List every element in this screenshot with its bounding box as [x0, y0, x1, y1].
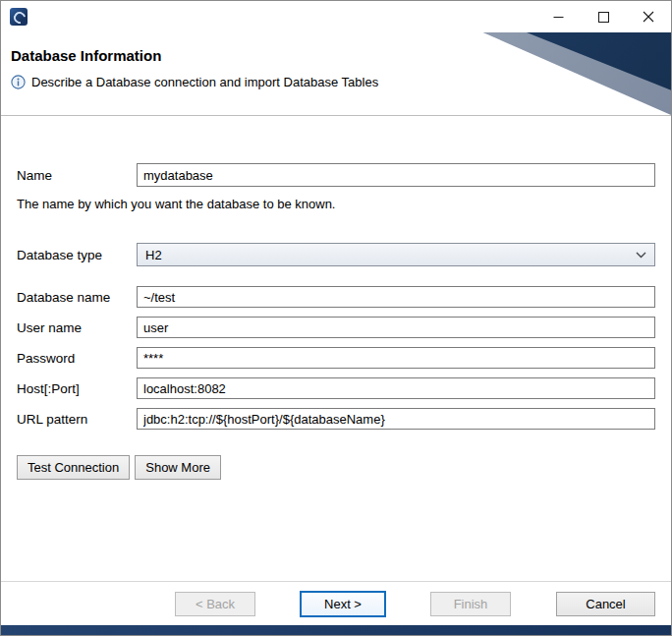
minimize-icon	[553, 12, 564, 23]
url-pattern-field[interactable]	[137, 408, 655, 430]
info-icon	[11, 75, 26, 89]
form-area: Name The name by which you want the data…	[1, 116, 671, 581]
name-label: Name	[17, 168, 137, 183]
cancel-button[interactable]: Cancel	[556, 592, 655, 616]
title-bar[interactable]	[1, 1, 671, 32]
database-name-label: Database name	[17, 290, 137, 305]
database-type-value: H2	[145, 248, 162, 262]
user-name-label: User name	[17, 320, 137, 335]
close-button[interactable]	[626, 1, 671, 32]
banner-gray-wedge	[1, 32, 671, 115]
minimize-button[interactable]	[535, 1, 581, 32]
banner-navy-wedge	[1, 32, 671, 115]
show-more-button[interactable]: Show More	[135, 455, 221, 480]
banner-graphic	[1, 32, 671, 115]
username-field[interactable]	[137, 317, 655, 338]
database-type-select[interactable]: H2	[137, 243, 655, 266]
caption-buttons	[535, 1, 671, 32]
maximize-icon	[598, 12, 609, 23]
app-icon	[10, 8, 28, 26]
bottom-accent-bar	[1, 625, 671, 635]
maximize-button[interactable]	[581, 1, 626, 32]
password-field[interactable]	[137, 347, 655, 369]
host-port-label: Host[:Port]	[17, 381, 137, 396]
button-bar: < Back Next > Finish Cancel	[1, 582, 671, 625]
host-port-field[interactable]	[137, 377, 655, 399]
chevron-down-icon	[636, 252, 646, 259]
finish-button: Finish	[430, 592, 511, 616]
test-connection-button[interactable]: Test Connection	[17, 455, 130, 480]
page-title: Database Information	[11, 47, 671, 64]
next-button[interactable]: Next >	[301, 592, 385, 616]
database-name-field[interactable]	[137, 286, 655, 308]
name-field[interactable]	[137, 163, 655, 187]
close-icon	[643, 11, 654, 23]
database-type-label: Database type	[17, 248, 137, 262]
wizard-header: Database Information Describe a Database…	[1, 32, 671, 116]
back-button: < Back	[175, 592, 255, 616]
dialog-window: Database Information Describe a Database…	[0, 0, 672, 636]
page-description: Describe a Database connection and impor…	[31, 75, 378, 89]
password-label: Password	[17, 351, 137, 366]
url-pattern-label: URL pattern	[17, 412, 137, 427]
name-help-text: The name by which you want the database …	[17, 197, 655, 211]
